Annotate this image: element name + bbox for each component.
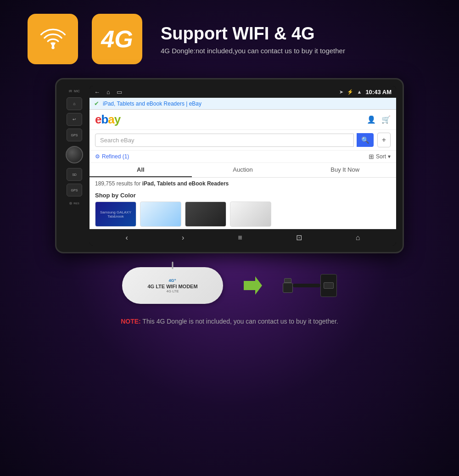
back-side-button[interactable]: ↩	[67, 113, 82, 126]
arrow-container	[241, 274, 264, 297]
refined-label[interactable]: ⚙ Refined (1)	[95, 153, 129, 160]
sort-button[interactable]: ⊞ Sort ▾	[369, 153, 391, 160]
color-items: Samsung GALAXY Tab&nook	[95, 202, 391, 227]
location-icon: ➤	[339, 89, 343, 95]
search-button[interactable]: 🔍	[357, 133, 374, 147]
modem-antenna	[172, 262, 174, 269]
res-label: RES	[73, 202, 79, 205]
shop-by-color: Shop by Color Samsung GALAXY Tab&nook	[90, 190, 396, 229]
recents-nav-icon[interactable]: ▭	[117, 89, 122, 95]
menu-bottom-btn[interactable]: ≡	[238, 234, 242, 242]
tab-bottom-btn[interactable]: ⊡	[296, 233, 302, 242]
color-item-1[interactable]: Samsung GALAXY Tab&nook	[95, 202, 136, 227]
color-item-2-label	[140, 202, 181, 226]
tab-all[interactable]: All	[90, 163, 192, 177]
back-nav-icon[interactable]: ←	[94, 89, 100, 95]
android-bottombar: ‹ › ≡ ⊡ ⌂	[90, 229, 396, 246]
cable-wire	[293, 284, 320, 287]
ebay-search-bar: Search eBay 🔍 +	[90, 130, 396, 151]
wifi-icon-box	[28, 14, 78, 64]
4g-label: 4G	[101, 25, 133, 53]
cart-icon[interactable]: 🛒	[381, 115, 391, 124]
home-nav-icon[interactable]: ⌂	[106, 89, 110, 95]
ebay-header: ebay 👤 🛒	[90, 110, 396, 130]
note-text: This 4G Dongle is not included, you can …	[142, 318, 338, 325]
sort-label: Sort	[376, 153, 386, 160]
wifi-svg-icon	[38, 27, 68, 52]
wifi-modem: 4G⁺ 4G LTE WIFI MODEM 4G LTE	[122, 267, 223, 304]
device-screen: ← ⌂ ▭ ➤ ⚡ ▲ 10:43 AM ✔ iPad, Tablets and…	[90, 86, 396, 246]
search-placeholder: Search eBay	[100, 137, 134, 144]
ebay-header-icons: 👤 🛒	[367, 115, 391, 124]
sd-side-button[interactable]: SD	[67, 168, 82, 181]
modem-brand-label: 4G LTE WIFI MODEM	[147, 284, 197, 289]
modem-sub-label: 4G LTE	[147, 289, 197, 293]
mic-label: MIC	[74, 90, 80, 93]
volume-knob[interactable]	[66, 146, 83, 163]
accessories-section: 4G⁺ 4G LTE WIFI MODEM 4G LTE	[0, 258, 459, 313]
color-item-4[interactable]	[230, 202, 271, 227]
color-item-1-label: Samsung GALAXY Tab&nook	[95, 202, 136, 226]
home-bottom-btn[interactable]: ⌂	[356, 234, 360, 242]
device-section: IR MIC ⌂ ↩ GPS SD GPS RES	[0, 73, 459, 258]
status-time: 10:43 AM	[365, 89, 392, 95]
shop-by-color-title: Shop by Color	[95, 192, 391, 199]
results-count: 189,755	[95, 180, 115, 187]
wifi-status-icon: ▲	[357, 89, 362, 95]
account-icon[interactable]: 👤	[367, 115, 376, 124]
ebay-browser: ✔ iPad, Tablets and eBook Readers | eBay…	[90, 98, 396, 229]
ir-label: IR	[69, 90, 72, 93]
arrow-icon	[241, 274, 264, 297]
add-button[interactable]: +	[377, 133, 391, 147]
note-paragraph: NOTE: This 4G Dongle is not included, yo…	[28, 318, 431, 325]
top-text-block: Support WIFI & 4G 4G Dongle:not included…	[161, 23, 345, 55]
gps-side-button-2[interactable]: GPS	[67, 184, 82, 196]
gear-icon: ⚙	[95, 153, 100, 160]
bluetooth-icon: ⚡	[347, 89, 353, 95]
modem-container: 4G⁺ 4G LTE WIFI MODEM 4G LTE	[122, 267, 223, 304]
home-side-button[interactable]: ⌂	[67, 97, 82, 110]
usb-cable-container	[283, 274, 337, 297]
svg-point-0	[51, 46, 55, 49]
top-section: 4G Support WIFI & 4G 4G Dongle:not inclu…	[0, 0, 459, 73]
sub-heading: 4G Dongle:not included,you can contact u…	[161, 47, 345, 55]
usb-connector-end	[320, 274, 337, 297]
main-heading: Support WIFI & 4G	[161, 23, 345, 45]
refined-text: Refined (1)	[102, 153, 129, 160]
ssl-icon: ✔	[94, 100, 99, 107]
modem-top-label: 4G⁺	[147, 278, 197, 283]
android-statusbar: ← ⌂ ▭ ➤ ⚡ ▲ 10:43 AM	[90, 86, 396, 98]
note-label: NOTE:	[121, 318, 141, 325]
device-left-buttons: IR MIC ⌂ ↩ GPS SD GPS RES	[63, 86, 86, 246]
ebay-filter-bar: ⚙ Refined (1) ⊞ Sort ▾	[90, 151, 396, 163]
ebay-logo: ebay	[95, 112, 120, 127]
status-icons: ➤ ⚡ ▲ 10:43 AM	[339, 89, 392, 95]
color-item-3-label	[185, 202, 226, 226]
android-nav-icons: ← ⌂ ▭	[94, 89, 122, 95]
tab-auction[interactable]: Auction	[192, 163, 294, 177]
browser-urlbar: ✔ iPad, Tablets and eBook Readers | eBay	[90, 98, 396, 110]
color-item-2[interactable]	[140, 202, 181, 227]
search-input[interactable]: Search eBay	[95, 134, 354, 147]
tab-buy-it-now[interactable]: Buy It Now	[294, 163, 396, 177]
svg-marker-1	[244, 276, 262, 295]
car-stereo-device: IR MIC ⌂ ↩ GPS SD GPS RES	[55, 78, 404, 253]
color-item-3[interactable]	[185, 202, 226, 227]
back-bottom-btn[interactable]: ‹	[126, 234, 128, 242]
results-query: iPad, Tablets and eBook Readers	[142, 180, 229, 187]
sort-chevron-icon: ▾	[388, 153, 391, 160]
color-item-4-label	[230, 202, 271, 226]
gps-side-button-1[interactable]: GPS	[67, 129, 82, 141]
grid-icon: ⊞	[369, 153, 374, 160]
4g-icon-box: 4G	[92, 14, 142, 64]
usb-cable	[283, 278, 293, 293]
forward-bottom-btn[interactable]: ›	[182, 234, 184, 242]
ebay-tabs: All Auction Buy It Now	[90, 163, 396, 178]
results-info: 189,755 results for iPad, Tablets and eB…	[90, 178, 396, 190]
url-text[interactable]: iPad, Tablets and eBook Readers | eBay	[103, 101, 202, 107]
note-section: NOTE: This 4G Dongle is not included, yo…	[0, 313, 459, 330]
